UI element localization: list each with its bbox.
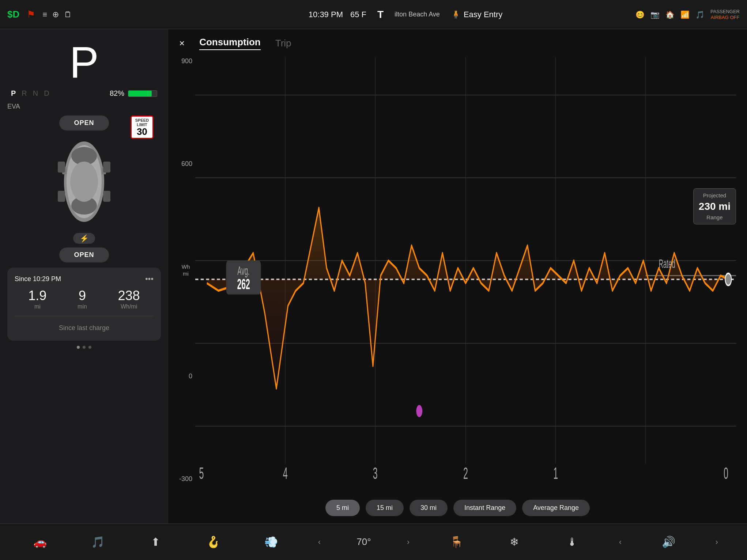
svg-point-4	[70, 162, 98, 202]
easy-entry[interactable]: 🧍 Easy Entry	[451, 10, 502, 19]
svg-text:4: 4	[283, 463, 288, 483]
music-icon[interactable]: 🎵	[87, 531, 109, 553]
defrost-rear-icon[interactable]: ❄	[503, 531, 525, 553]
gear-p-letter: P	[11, 89, 16, 98]
status-right: 😊 📷 🏠 📶 🎵 PASSENGER AIRBAG OFF	[635, 9, 740, 20]
person-seat-icon: 🧍	[451, 10, 461, 19]
dollar-d-icon: $D	[7, 9, 19, 20]
screen-icon[interactable]: ⬆	[144, 531, 166, 553]
svg-text:262: 262	[237, 275, 250, 292]
stat-distance-value: 1.9	[28, 288, 46, 303]
bluetooth-icon: 🎵	[695, 10, 705, 19]
temp-chevron-left[interactable]: ‹	[318, 537, 321, 547]
temp-value: 70°	[356, 536, 371, 548]
fan-icon[interactable]: 💨	[260, 531, 282, 553]
speed-limit-sign: SPEEDLIMIT 30	[131, 116, 154, 139]
svg-rect-7	[58, 162, 65, 173]
taskbar: 🚗 🎵 ⬆ 🪝 💨 ‹ 70° › 🪑 ❄ 🌡 ‹ 🔊 ›	[0, 523, 747, 560]
camera-icon: 📷	[650, 10, 660, 19]
page-dot-1	[77, 346, 80, 349]
stat-efficiency-value: 238	[118, 288, 140, 303]
close-button[interactable]: ×	[179, 38, 185, 49]
temp-display: 65 F	[350, 10, 366, 19]
open-btn-top[interactable]: OPEN	[59, 116, 109, 130]
temp-chevron-right[interactable]: ›	[407, 537, 410, 547]
easy-entry-label: Easy Entry	[464, 10, 502, 19]
projected-range-label: Projected 230 mi Range	[693, 188, 736, 224]
stats-menu-dots[interactable]: •••	[145, 274, 154, 284]
stats-row: 1.9 mi 9 min 238 Wh/mi	[15, 288, 154, 310]
y-label-0: 0	[179, 372, 192, 380]
range-btn-instant[interactable]: Instant Range	[453, 500, 516, 516]
svg-text:5: 5	[199, 463, 204, 483]
car-section: OPEN SPEEDLIMIT 30	[7, 116, 161, 262]
right-panel: × Consumption Trip 900 600 Whmi 0 -300	[168, 29, 747, 523]
stats-card: Since 10:29 PM ••• 1.9 mi 9 min 238 Wh/m…	[7, 268, 161, 341]
stats-header: Since 10:29 PM •••	[15, 274, 154, 284]
stat-efficiency: 238 Wh/mi	[118, 288, 140, 310]
clipboard-icon: 🗒	[64, 10, 72, 19]
svg-point-31	[416, 405, 422, 417]
gear-d-letter: D	[44, 89, 49, 98]
stat-distance-unit: mi	[34, 303, 41, 310]
left-panel: P P R N D 82% EVA OPEN SPEEDLIMIT 30	[0, 29, 168, 523]
stat-distance: 1.9 mi	[28, 288, 46, 310]
defrost-front-icon[interactable]: 🌡	[561, 531, 583, 553]
svg-point-32	[725, 273, 731, 285]
battery-indicator	[128, 90, 157, 97]
range-btn-15mi[interactable]: 15 mi	[366, 500, 404, 516]
smiley-icon: 😊	[635, 10, 645, 19]
projected-title: Projected	[699, 192, 731, 199]
passenger-label: PASSENGER	[710, 9, 740, 15]
eva-label: EVA	[7, 103, 161, 110]
prnd-row: P R N D 82%	[7, 89, 161, 98]
status-mid-icons: ≡ ⊕ 🗒	[42, 10, 72, 19]
open-btn-bottom[interactable]: OPEN	[59, 247, 109, 262]
y-label-900: 900	[179, 57, 192, 65]
since-charge: Since last charge	[15, 322, 154, 334]
prnd-letters: P R N D	[11, 89, 49, 98]
svg-text:3: 3	[373, 463, 378, 483]
projected-miles: 230 mi	[699, 199, 731, 213]
volume-chevron-right[interactable]: ›	[715, 537, 718, 547]
car-illustration	[55, 134, 113, 229]
volume-chevron-left[interactable]: ‹	[619, 537, 622, 547]
y-label-wh-mi: Whmi	[179, 263, 192, 277]
gear-n-letter: N	[33, 89, 38, 98]
stat-efficiency-unit: Wh/mi	[121, 303, 137, 310]
gear-r-letter: R	[22, 89, 27, 98]
status-bar: $D ⚑ ≡ ⊕ 🗒 10:39 PM 65 F T ilton Beach A…	[0, 0, 747, 29]
stat-divider	[15, 316, 154, 316]
range-btn-average[interactable]: Average Range	[522, 500, 590, 516]
lightning-icon: ⚡	[80, 234, 89, 243]
map-text: ilton Beach Ave	[395, 11, 440, 18]
chart-area: 900 600 Whmi 0 -300	[179, 57, 736, 494]
battery-percent: 82%	[110, 89, 124, 98]
chart-inner: 5 4 3 2 1 0	[195, 57, 736, 494]
seat-icon[interactable]: 🪝	[203, 531, 225, 553]
battery-fill	[128, 91, 152, 97]
y-label-neg300: -300	[179, 475, 192, 483]
stat-time-unit: min	[78, 303, 87, 310]
volume-icon[interactable]: 🔊	[657, 531, 679, 553]
consumption-chart-svg: 5 4 3 2 1 0	[195, 57, 736, 494]
tab-trip[interactable]: Trip	[275, 38, 291, 49]
y-axis-labels: 900 600 Whmi 0 -300	[179, 57, 195, 494]
tab-consumption[interactable]: Consumption	[199, 37, 261, 50]
car-svg	[55, 134, 113, 229]
home-icon[interactable]: 🏠	[665, 10, 675, 19]
time-temp: 10:39 PM 65 F	[309, 10, 366, 19]
tesla-logo: T	[377, 9, 384, 20]
range-btn-30mi[interactable]: 30 mi	[410, 500, 448, 516]
steering-wheel-icon[interactable]: 🪑	[445, 531, 467, 553]
stat-time-value: 9	[79, 288, 86, 303]
stats-since-label: Since 10:29 PM	[15, 275, 61, 283]
stat-time: 9 min	[78, 288, 87, 310]
chart-buttons: 5 mi 15 mi 30 mi Instant Range Average R…	[179, 500, 736, 516]
projected-range-text: Range	[699, 213, 731, 221]
menu-icon: ≡	[42, 10, 47, 19]
car-icon[interactable]: 🚗	[29, 531, 51, 553]
range-btn-5mi[interactable]: 5 mi	[325, 500, 360, 516]
status-center: 10:39 PM 65 F T ilton Beach Ave 🧍 Easy E…	[176, 9, 635, 20]
svg-rect-8	[103, 162, 110, 173]
